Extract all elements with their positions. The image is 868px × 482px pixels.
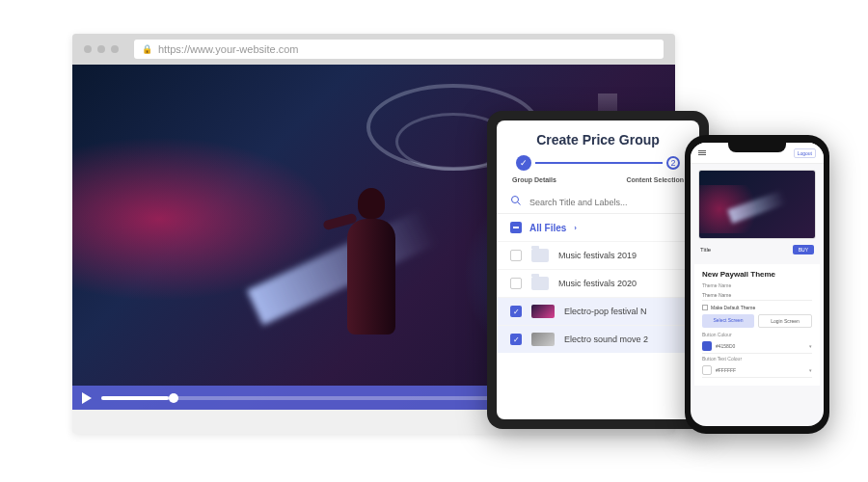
step-labels: Group Details Content Selection xyxy=(497,176,699,191)
colour-swatch-icon xyxy=(702,341,712,351)
search-row xyxy=(497,191,699,214)
svg-point-0 xyxy=(512,197,519,203)
screen-tabs: Select Screen Login Screen xyxy=(702,314,812,328)
make-default-label: Make Default Theme xyxy=(711,305,755,310)
step-2-label: Content Selection xyxy=(626,176,684,183)
progress-handle[interactable] xyxy=(169,393,178,403)
all-files-header[interactable]: All Files › xyxy=(497,214,699,241)
all-files-label: All Files xyxy=(529,223,566,233)
colour-swatch-icon xyxy=(702,365,712,375)
button-colour-label: Button Colour xyxy=(702,332,812,337)
theme-name-input[interactable] xyxy=(702,290,812,301)
play-icon[interactable] xyxy=(82,392,92,404)
phone-notch xyxy=(728,141,786,152)
video-title: Title xyxy=(700,247,711,253)
file-label: Electro-pop festival N xyxy=(564,307,647,316)
button-text-colour-picker[interactable]: #FFFFFF ▾ xyxy=(702,363,812,378)
phone-screen: Logout Title BUY New Paywall Theme Theme… xyxy=(691,143,824,426)
window-dot xyxy=(84,45,92,53)
checkbox-icon[interactable] xyxy=(510,250,522,261)
folder-icon xyxy=(531,249,549,262)
hex-value: #4158D0 xyxy=(716,343,805,349)
video-meta-row: Title BUY xyxy=(691,245,824,260)
phone-device: Logout Title BUY New Paywall Theme Theme… xyxy=(685,135,829,434)
list-item[interactable]: Music festivals 2019 xyxy=(497,241,699,269)
tab-select-screen[interactable]: Select Screen xyxy=(702,314,754,328)
video-preview[interactable] xyxy=(698,170,816,239)
url-bar[interactable]: 🔒 https://www.your-website.com xyxy=(134,40,664,59)
file-label: Music festivals 2020 xyxy=(558,279,637,288)
step-1-label: Group Details xyxy=(512,176,556,183)
checkbox-icon[interactable] xyxy=(510,278,522,289)
theme-name-label: Theme Name xyxy=(702,282,812,288)
menu-icon[interactable] xyxy=(698,150,706,155)
hex-value: #FFFFFF xyxy=(716,367,805,373)
video-thumbnail xyxy=(531,333,555,346)
file-label: Music festivals 2019 xyxy=(558,251,637,260)
progress-fill xyxy=(101,396,169,400)
search-icon[interactable] xyxy=(510,195,522,209)
performer-silhouette xyxy=(333,161,410,335)
section-title: New Paywall Theme xyxy=(702,270,812,279)
chevron-down-icon: ▾ xyxy=(809,343,812,349)
logout-button[interactable]: Logout xyxy=(794,148,816,158)
step-connector xyxy=(535,162,663,164)
list-item[interactable]: Music festivals 2020 xyxy=(497,269,699,297)
tablet-device: Create Price Group ✓ 2 Group Details Con… xyxy=(487,111,709,429)
select-all-checkbox-icon[interactable] xyxy=(510,222,522,233)
list-item[interactable]: ✓ Electro sound move 2 xyxy=(497,325,699,353)
window-dot xyxy=(97,45,105,53)
folder-icon xyxy=(531,277,549,290)
search-input[interactable] xyxy=(529,198,686,207)
checkbox-checked-icon[interactable]: ✓ xyxy=(510,334,522,345)
url-text: https://www.your-website.com xyxy=(158,43,299,55)
make-default-row[interactable]: Make Default Theme xyxy=(702,305,812,310)
tablet-screen: Create Price Group ✓ 2 Group Details Con… xyxy=(497,120,699,419)
tab-login-screen[interactable]: Login Screen xyxy=(758,314,812,328)
stepper: ✓ 2 xyxy=(497,155,699,176)
video-thumbnail xyxy=(531,305,555,318)
svg-line-1 xyxy=(518,202,521,205)
browser-chrome-bar: 🔒 https://www.your-website.com xyxy=(72,34,675,65)
file-label: Electro sound move 2 xyxy=(564,335,648,344)
page-title: Create Price Group xyxy=(497,120,699,155)
button-text-colour-label: Button Text Colour xyxy=(702,356,812,362)
chevron-down-icon: ▾ xyxy=(809,367,812,373)
paywall-theme-section: New Paywall Theme Theme Name Make Defaul… xyxy=(694,264,820,386)
lock-icon: 🔒 xyxy=(142,44,152,54)
buy-button[interactable]: BUY xyxy=(793,245,814,254)
checkbox-icon[interactable] xyxy=(702,305,708,310)
step-1-done-icon[interactable]: ✓ xyxy=(516,155,531,171)
checkbox-checked-icon[interactable]: ✓ xyxy=(510,306,522,317)
list-item[interactable]: ✓ Electro-pop festival N xyxy=(497,297,699,325)
chevron-right-icon: › xyxy=(574,224,577,232)
step-2-active[interactable]: 2 xyxy=(666,156,680,170)
button-colour-picker[interactable]: #4158D0 ▾ xyxy=(702,339,812,354)
window-dot xyxy=(111,45,119,53)
